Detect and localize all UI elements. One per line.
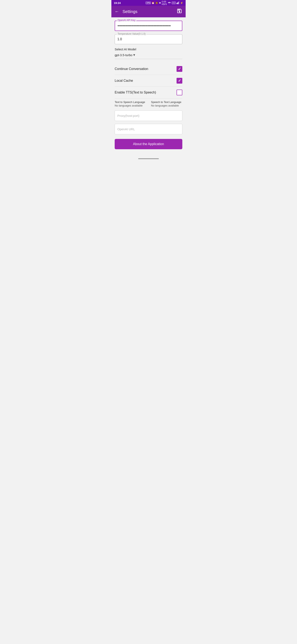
about-button[interactable]: About the Application — [115, 139, 182, 149]
bluetooth-icon: ✱ — [159, 2, 161, 4]
app-bar: ← Settings — [111, 6, 186, 17]
local-cache-row: Local Cache ✓ — [115, 75, 182, 87]
enable-tts-checkbox[interactable] — [177, 90, 182, 95]
checkmark-icon: ✓ — [178, 67, 181, 71]
dropdown-arrow-icon: ▾ — [133, 53, 135, 57]
openai-url-input[interactable] — [115, 124, 182, 134]
api-key-label: OpenAI API Key — [117, 19, 136, 22]
save-button[interactable] — [177, 8, 182, 15]
tts-language-col: Text to Speech Language No languages ava… — [115, 100, 146, 107]
data-speed: 0.69KB/S — [162, 0, 167, 5]
proxy-container — [115, 110, 182, 121]
continue-conversation-row: Continue Conversation ✓ — [115, 63, 182, 75]
continue-conversation-label: Continue Conversation — [115, 67, 148, 71]
stt-language-value: No languages available — [151, 104, 182, 107]
hd-badge: HD — [172, 2, 176, 4]
local-cache-checkbox[interactable]: ✓ — [177, 78, 182, 84]
tts-language-title: Text to Speech Language — [115, 100, 146, 104]
bottom-nav-area — [111, 156, 186, 163]
svg-rect-2 — [178, 2, 179, 4]
status-time: 19:24 — [114, 2, 121, 4]
ai-model-dropdown[interactable]: gpt-3.5-turbo ▾ — [115, 53, 182, 59]
checkmark-icon-2: ✓ — [178, 79, 181, 82]
tts-language-value: No languages available — [115, 104, 146, 107]
svg-rect-3 — [179, 1, 179, 4]
page-title: Settings — [122, 9, 177, 14]
stt-language-title: Speech to Text Language — [151, 100, 182, 104]
ai-model-section: Select AI Model gpt-3.5-turbo ▾ — [115, 48, 182, 59]
selected-model-value: gpt-3.5-turbo — [115, 53, 132, 57]
temperature-container: Temperature Value(0-1.0) — [115, 34, 182, 44]
svg-rect-1 — [177, 2, 178, 4]
continue-conversation-checkbox[interactable]: ✓ — [177, 66, 182, 72]
api-key-input[interactable] — [115, 21, 182, 31]
back-button[interactable]: ← — [115, 9, 119, 14]
home-indicator — [138, 158, 159, 159]
tts-languages-row: Text to Speech Language No languages ava… — [115, 98, 182, 110]
stt-language-col: Speech to Text Language No languages ava… — [151, 100, 182, 107]
svg-rect-0 — [177, 3, 177, 4]
vpn-icon: VPN — [146, 2, 151, 4]
battery-icon: ⚡ — [180, 2, 183, 4]
settings-content: OpenAI API Key Temperature Value(0-1.0) … — [111, 17, 186, 156]
ai-model-label: Select AI Model — [115, 48, 182, 51]
temperature-label: Temperature Value(0-1.0) — [117, 32, 146, 35]
status-bar: 19:24 VPN ⏰ 🔕 ✱ 0.69KB/S HD ⚡ — [111, 0, 186, 6]
alarm-icon: ⏰ — [152, 2, 154, 4]
api-key-container: OpenAI API Key — [115, 21, 182, 31]
temperature-input[interactable] — [115, 34, 182, 44]
signal-icon — [177, 1, 179, 4]
enable-tts-row: Enable TTS(Text to Speech) — [115, 87, 182, 98]
proxy-input[interactable] — [115, 110, 182, 121]
local-cache-label: Local Cache — [115, 79, 133, 82]
status-icons: VPN ⏰ 🔕 ✱ 0.69KB/S HD ⚡ — [146, 0, 183, 5]
mute-icon: 🔕 — [155, 2, 158, 4]
wifi-icon — [168, 1, 171, 4]
openai-url-container — [115, 124, 182, 134]
enable-tts-label: Enable TTS(Text to Speech) — [115, 90, 156, 94]
